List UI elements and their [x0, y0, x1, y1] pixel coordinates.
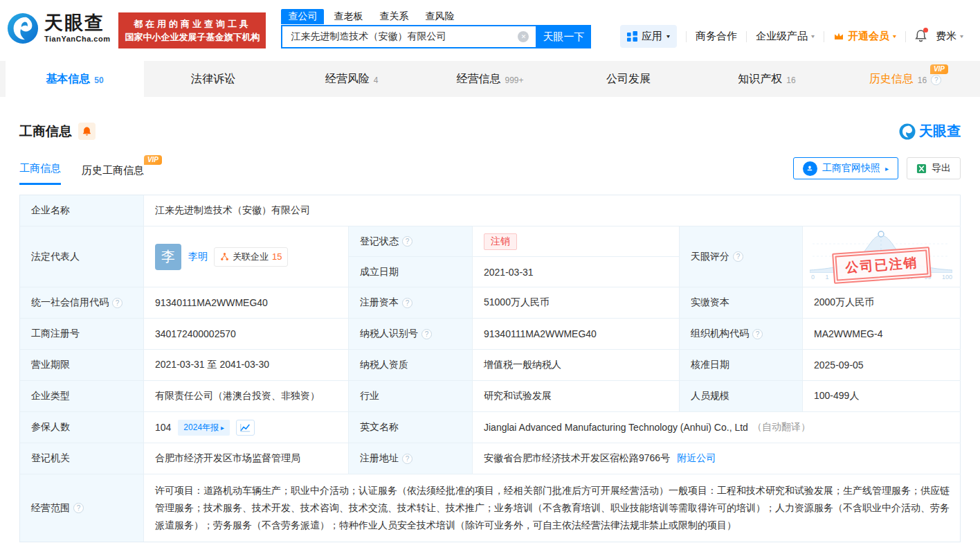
- label-text: 登记状态: [360, 235, 399, 248]
- field-label: 统一社会信用代码 ?: [20, 287, 144, 319]
- search-tab-relation[interactable]: 查关系: [372, 9, 415, 24]
- export-button[interactable]: 导出: [907, 157, 961, 179]
- reg-address-cell: 安徽省合肥市经济技术开发区宿松路9766号 附近公司: [473, 443, 961, 474]
- network-icon: [220, 252, 229, 261]
- taxpayer-quality-cell: 增值税一般纳税人: [473, 350, 680, 381]
- tab-basic-info[interactable]: 基本信息 50: [6, 61, 144, 97]
- tab-label: 知识产权: [738, 72, 782, 87]
- vip-badge: VIP: [930, 64, 948, 74]
- tab-history-info[interactable]: VIP 历史信息 16 ?: [836, 61, 974, 97]
- label-text: 注册资本: [360, 296, 399, 309]
- divider: [746, 31, 747, 42]
- search-button[interactable]: 天眼一下: [536, 25, 591, 48]
- value-text: MA2WWMEG-4: [814, 328, 883, 339]
- snapshot-label: 工商官网快照: [822, 162, 880, 175]
- excel-icon: [916, 163, 927, 174]
- tab-operation-risk[interactable]: 经营风险 4: [282, 61, 421, 97]
- search-tab-company[interactable]: 查公司: [281, 9, 324, 24]
- label-text: 成立日期: [360, 266, 399, 278]
- user-menu[interactable]: 费米 ▾: [936, 30, 963, 43]
- arrow-right-icon: ▸: [221, 424, 224, 431]
- logo-en: TianYanCha.com: [44, 35, 110, 43]
- value-text: 研究和试验发展: [484, 390, 552, 402]
- field-label: 实缴资本: [680, 287, 803, 319]
- search-tab-boss[interactable]: 查老板: [327, 9, 370, 24]
- trend-chart-button[interactable]: [236, 420, 255, 436]
- grid-icon: [627, 31, 637, 42]
- logo-text: 天眼查 TianYanCha.com: [44, 14, 110, 43]
- company-type-cell: 有限责任公司（港澳台投资、非独资）: [144, 381, 349, 412]
- chevron-down-icon: ▾: [666, 33, 670, 39]
- search-area: 查公司 查老板 查关系 查风险 ✕ 天眼一下: [281, 8, 591, 48]
- nearby-companies-link[interactable]: 附近公司: [677, 452, 716, 465]
- subtab-history-business-info[interactable]: VIP 历史工商信息: [82, 164, 144, 185]
- help-icon[interactable]: ?: [402, 298, 412, 308]
- enterprise-menu[interactable]: 企业级产品 ▾: [756, 30, 815, 43]
- label-text: 企业名称: [31, 204, 70, 217]
- tab-company-development[interactable]: 公司发展: [559, 61, 698, 97]
- tianyancha-logo[interactable]: 天眼查 TianYanCha.com: [7, 12, 110, 44]
- subtab-business-info[interactable]: 工商信息: [19, 162, 61, 185]
- related-count: 15: [272, 251, 282, 262]
- header-menu: 应用 ▾ 商务合作 企业级产品 ▾ 开通会员 ▾ 费: [620, 25, 963, 48]
- value-text: 51000万人民币: [484, 296, 550, 309]
- industry-cell: 研究和试验发展: [473, 381, 680, 412]
- avatar[interactable]: 李: [155, 244, 181, 270]
- search-tab-risk[interactable]: 查风险: [418, 9, 461, 24]
- annual-report-badge[interactable]: 2024年报 ▸: [178, 420, 230, 436]
- chevron-down-icon: ▾: [893, 33, 896, 39]
- cooperation-label: 商务合作: [696, 30, 737, 43]
- tab-legal-litigation[interactable]: 法律诉讼: [144, 61, 282, 97]
- help-icon[interactable]: ?: [112, 298, 122, 308]
- help-icon[interactable]: ?: [73, 503, 84, 513]
- help-icon[interactable]: ?: [752, 329, 763, 339]
- open-vip-menu[interactable]: 开通会员 ▾: [833, 30, 896, 43]
- field-label: 组织机构代码 ?: [680, 319, 803, 350]
- official-snapshot-button[interactable]: 工商官网快照 ▸: [793, 157, 898, 179]
- search-input[interactable]: [281, 25, 536, 48]
- field-label: 注册地址 ?: [349, 443, 473, 474]
- value-text: 91340111MA2WWMEG40: [484, 328, 597, 339]
- help-icon[interactable]: ?: [733, 251, 743, 262]
- tab-count: 50: [94, 75, 103, 85]
- logo-cn: 天眼查: [44, 14, 110, 33]
- label-text: 经营范围: [31, 502, 70, 515]
- tyc-score-cell: 0 1 3 15 50 85 97 99 100 公司已注销: [803, 226, 961, 287]
- help-icon[interactable]: ?: [931, 75, 941, 85]
- establish-date-cell: 2021-03-31: [473, 257, 680, 287]
- tab-label: 经营风险: [325, 72, 370, 87]
- subtab-label: 工商信息: [19, 162, 61, 174]
- help-icon[interactable]: ?: [402, 236, 412, 247]
- notifications-bell[interactable]: [915, 30, 927, 44]
- line-chart-icon: [240, 423, 251, 432]
- field-label: 天眼评分 ?: [680, 226, 803, 287]
- business-info-table: 企业名称 江来先进制造技术（安徽）有限公司 法定代表人 李 李明 关联企业 15…: [19, 195, 961, 542]
- field-label: 参保人数: [20, 412, 144, 443]
- slogan-banner: 都在用的商业查询工具 国家中小企业发展子基金旗下机构: [118, 12, 266, 48]
- watermark-text: 天眼查: [919, 122, 961, 141]
- insured-count-cell: 104 2024年报 ▸: [144, 412, 349, 443]
- tab-label: 历史信息: [869, 72, 914, 87]
- tab-count: 4: [374, 75, 379, 85]
- tab-label: 基本信息: [46, 72, 90, 87]
- notification-dot: [923, 28, 928, 33]
- staff-size-cell: 100-499人: [803, 381, 961, 412]
- chevron-down-icon: ▾: [811, 33, 815, 39]
- subscribe-bell-button[interactable]: [78, 123, 96, 140]
- tab-label: 公司发展: [606, 72, 651, 87]
- cooperation-menu[interactable]: 商务合作: [696, 30, 737, 43]
- value-text: 安徽省合肥市经济技术开发区宿松路9766号: [484, 452, 670, 465]
- related-companies-badge[interactable]: 关联企业 15: [214, 247, 288, 267]
- legal-rep-link[interactable]: 李明: [188, 251, 208, 263]
- english-name-cell: Jianglai Advanced Manufacturing Technolo…: [473, 412, 961, 443]
- tab-business-info[interactable]: 经营信息 999+: [421, 61, 559, 97]
- reg-authority-cell: 合肥市经济开发区市场监督管理局: [144, 443, 349, 474]
- open-vip-label: 开通会员: [848, 30, 889, 43]
- main-content: 工商信息 天眼查 工商信息 VIP 历史工商信息: [0, 122, 980, 542]
- help-icon[interactable]: ?: [402, 454, 412, 464]
- tab-intellectual-property[interactable]: 知识产权 16: [698, 61, 836, 97]
- help-icon[interactable]: ?: [421, 329, 432, 339]
- tianyancha-logo-icon: [899, 123, 916, 140]
- apps-menu[interactable]: 应用 ▾: [620, 25, 677, 48]
- label-text: 实缴资本: [691, 296, 729, 309]
